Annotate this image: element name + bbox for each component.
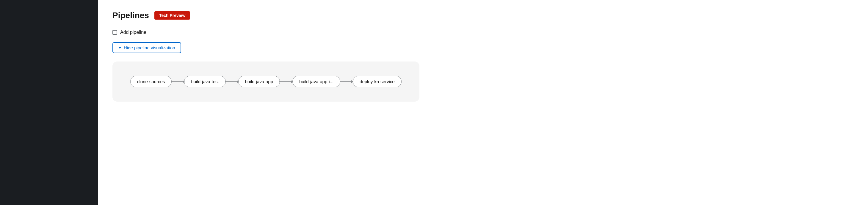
step-connector [340,80,353,83]
connector-arrow-icon [351,80,353,83]
connector-line [225,81,237,82]
step-node-build-java-app[interactable]: build-java-app [238,76,280,87]
add-pipeline-row: Add pipeline [113,30,854,35]
pipeline-step: build-java-test [184,76,238,87]
connector-line [340,81,351,82]
connector-line [171,81,183,82]
page-title: Pipelines [113,11,149,20]
sidebar [0,0,98,205]
pipeline-step: clone-sources [130,76,184,87]
pipeline-step: build-java-app-i... [292,76,353,87]
add-pipeline-checkbox[interactable] [113,30,117,35]
step-connector [171,80,185,83]
connector-arrow-icon [237,80,239,83]
page-header: Pipelines Tech Preview [113,11,854,20]
hide-visualization-button[interactable]: Hide pipeline visualization [113,42,181,53]
step-connector [279,80,293,83]
add-pipeline-label[interactable]: Add pipeline [120,30,146,35]
connector-line [279,81,291,82]
chevron-down-icon [118,47,121,49]
connector-arrow-icon [291,80,293,83]
hide-visualization-label: Hide pipeline visualization [124,45,175,50]
pipeline-step: deploy-kn-service [353,76,402,87]
step-node-build-java-test[interactable]: build-java-test [184,76,225,87]
connector-arrow-icon [183,80,185,83]
pipeline-visualization: clone-sourcesbuild-java-testbuild-java-a… [113,62,420,102]
tech-preview-badge: Tech Preview [154,11,190,20]
main-content: Pipelines Tech Preview Add pipeline Hide… [98,0,868,205]
pipeline-step: build-java-app [238,76,292,87]
step-node-deploy-kn-service[interactable]: deploy-kn-service [353,76,402,87]
step-connector [225,80,239,83]
step-node-build-java-app-i[interactable]: build-java-app-i... [292,76,340,87]
step-node-clone-sources[interactable]: clone-sources [130,76,172,87]
